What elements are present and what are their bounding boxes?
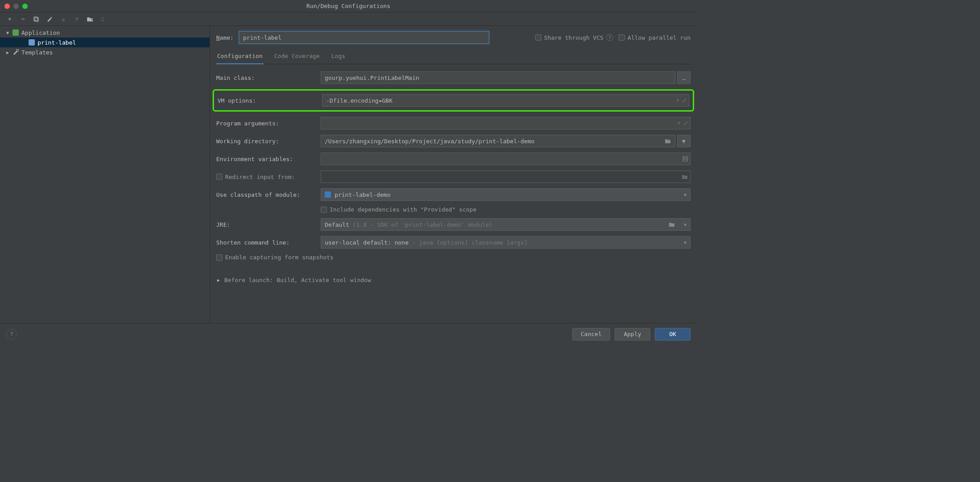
chevron-down-icon: ▼ [684,192,687,197]
add-option-icon[interactable]: + [678,120,681,126]
collapse-icon[interactable] [100,16,107,22]
tree-node-application[interactable]: ▼ Application [0,28,209,37]
jre-value: Default (1.8 - SDK of 'print-label-demo'… [325,221,493,228]
program-args-input[interactable] [321,117,691,129]
jre-label: JRE: [216,221,315,228]
redirect-input-field[interactable] [321,170,691,183]
name-input[interactable] [239,31,489,44]
redirect-input-label: Redirect input from: [216,174,315,180]
row-program-args: Program arguments: + ⤢ [216,117,691,129]
app-icon [13,29,19,36]
wrench-icon [13,49,19,55]
svg-point-3 [17,50,19,52]
working-dir-input[interactable] [321,135,675,147]
chevron-down-icon: ▼ [5,30,10,35]
window-title: Run/Debug Configurations [306,3,390,9]
row-main-class: Main class: … [216,71,691,84]
working-dir-label: Working directory: [216,138,315,145]
row-include-provided: Include dependencies with "Provided" sco… [216,206,691,213]
chevron-right-icon: ▶ [5,50,10,55]
tabs: Configuration Code Coverage Logs [216,50,691,64]
row-redirect-input: Redirect input from: [216,170,691,183]
cancel-button[interactable]: Cancel [572,328,610,341]
move-up-icon[interactable]: ▲ [60,16,67,22]
before-launch-section[interactable]: ▶ Before launch: Build, Activate tool wi… [216,277,691,283]
classpath-module-select[interactable]: print-label-demo ▼ [321,188,691,201]
chevron-down-icon: ▼ [684,240,687,245]
include-provided-checkbox[interactable]: Include dependencies with "Provided" sco… [321,206,477,213]
row-classpath-module: Use classpath of module: print-label-dem… [216,188,691,201]
share-vcs-checkbox[interactable]: Share through VCS ? [535,34,613,41]
env-vars-label: Environment variables: [216,156,315,162]
window-minimize-button[interactable] [13,4,19,9]
before-launch-label: Before launch: Build, Activate tool wind… [224,277,371,283]
copy-icon[interactable] [33,16,40,22]
checkbox-icon [619,34,625,41]
main-panel: Name: Share through VCS ? Allow parallel… [210,26,697,323]
row-vm-options: VM options: + ⤢ [218,94,689,107]
name-row: Name: Share through VCS ? Allow parallel… [216,31,691,44]
help-button[interactable]: ? [6,329,17,340]
window-zoom-button[interactable] [22,4,28,9]
browse-class-button[interactable]: … [677,71,691,84]
main-class-input[interactable] [321,71,675,84]
env-vars-input[interactable] [321,153,691,165]
titlebar: Run/Debug Configurations [0,0,697,12]
share-label: Share through VCS [544,34,603,41]
ok-button[interactable]: OK [655,328,691,341]
folder-icon[interactable] [665,138,671,144]
checkbox-icon [321,207,327,213]
allow-parallel-label: Allow parallel run [628,34,691,41]
checkbox-icon [216,174,222,180]
shorten-cmd-select[interactable]: user-local default: none - java [options… [321,236,691,249]
tab-configuration[interactable]: Configuration [216,50,264,64]
chevron-down-icon: ▼ [684,222,687,227]
tab-logs[interactable]: Logs [331,50,346,64]
expand-icon[interactable]: ⤢ [682,97,687,104]
tree-node-print-label[interactable]: print-label [0,37,209,47]
row-working-dir: Working directory: ▼ [216,135,691,147]
include-provided-label: Include dependencies with "Provided" sco… [330,206,477,213]
tree-label: Application [21,29,60,36]
jre-select[interactable]: Default (1.8 - SDK of 'print-label-demo'… [321,218,691,231]
shorten-cmd-value: user-local default: none - java [options… [325,239,528,246]
classpath-module-value: print-label-demo [335,191,390,198]
apply-button[interactable]: Apply [615,328,650,341]
name-label: Name: [216,34,234,41]
tree-node-templates[interactable]: ▶ Templates [0,47,209,57]
folder-icon[interactable] [682,174,688,179]
checkbox-icon [535,34,541,41]
help-icon[interactable]: ? [606,34,613,41]
program-args-label: Program arguments: [216,120,315,127]
chevron-right-icon: ▶ [216,278,221,283]
traffic-lights [0,4,28,9]
list-icon[interactable] [683,156,688,162]
row-shorten-cmd: Shorten command line: user-local default… [216,236,691,249]
vm-options-input[interactable] [322,94,689,107]
dialog-body: ▼ Application print-label ▶ Templates Na… [0,26,697,323]
config-tree: ▼ Application print-label ▶ Templates [0,26,210,323]
redirect-input-checkbox[interactable]: Redirect input from: [216,174,315,180]
tree-label: print-label [38,39,76,46]
config-form: Main class: … VM options: + ⤢ [216,64,691,283]
toolbar: + − ▲ ▼ [0,12,697,26]
folder-share-icon[interactable] [87,16,94,22]
working-dir-dropdown-button[interactable]: ▼ [677,135,691,147]
main-class-label: Main class: [216,75,315,81]
add-icon[interactable]: + [6,16,13,22]
allow-parallel-checkbox[interactable]: Allow parallel run [619,34,691,41]
tab-code-coverage[interactable]: Code Coverage [273,50,321,64]
enable-capture-label: Enable capturing form snapshots [225,254,334,261]
move-down-icon[interactable]: ▼ [73,16,80,22]
window-close-button[interactable] [4,4,10,9]
settings-icon[interactable] [46,16,54,22]
config-icon [29,39,35,46]
checkbox-icon [216,254,222,261]
expand-icon[interactable]: ⤢ [683,120,688,126]
remove-icon[interactable]: − [20,16,27,22]
module-icon [325,191,331,198]
add-option-icon[interactable]: + [676,97,679,104]
enable-capture-checkbox[interactable]: Enable capturing form snapshots [216,254,334,261]
folder-icon[interactable] [669,222,675,227]
vm-options-label: VM options: [218,97,317,104]
